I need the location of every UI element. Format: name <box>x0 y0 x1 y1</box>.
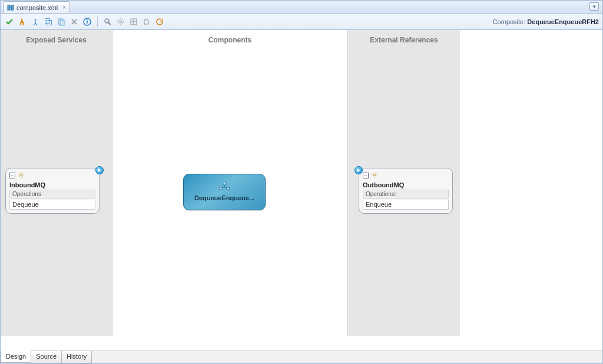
svg-rect-22 <box>227 187 229 190</box>
operation-item[interactable]: Dequeue <box>9 200 95 210</box>
svg-rect-18 <box>223 183 226 185</box>
close-tab-icon[interactable]: × <box>60 4 66 11</box>
svg-point-9 <box>87 19 88 21</box>
delete-button[interactable] <box>69 16 79 27</box>
tabbar-menu-button[interactable]: ▾ <box>589 2 599 11</box>
tab-source[interactable]: Source <box>31 351 62 363</box>
output-port-icon[interactable] <box>95 166 104 174</box>
add-component-button[interactable] <box>43 16 54 27</box>
composite-name-readout: Composite: DequeueEnqueueRFH2 <box>493 18 599 25</box>
svg-rect-0 <box>8 5 10 10</box>
lane-external-references: External References − <box>348 30 460 336</box>
service-title: InboundMQ <box>9 181 95 188</box>
lane-body-exposed[interactable]: − InboundMQ Operations: Dequeue <box>1 50 112 336</box>
composite-name: DequeueEnqueueRFH2 <box>527 18 599 25</box>
svg-point-13 <box>120 21 122 23</box>
svg-point-23 <box>373 174 375 176</box>
editor-view-tabs: Design Source History <box>1 350 602 363</box>
operation-item[interactable]: Enqueue <box>363 200 449 210</box>
file-tab-bar: composite.xml × ▾ <box>1 1 602 14</box>
collapse-toggle-icon[interactable]: − <box>363 173 369 178</box>
lane-body-references[interactable]: − OutboundMQ Operations: Enqueue <box>348 50 460 336</box>
info-button[interactable] <box>82 16 92 27</box>
export-button[interactable] <box>141 16 152 27</box>
file-tab-composite[interactable]: composite.xml × <box>3 1 70 13</box>
svg-rect-21 <box>220 187 222 190</box>
layout-button[interactable] <box>128 16 139 27</box>
gear-icon <box>18 171 25 180</box>
chevron-down-icon: ▾ <box>593 4 596 9</box>
test-button[interactable] <box>30 16 41 27</box>
service-inboundmq[interactable]: − InboundMQ Operations: Dequeue <box>5 168 100 214</box>
deploy-button[interactable] <box>17 16 28 27</box>
svg-rect-4 <box>45 18 50 23</box>
settings-button[interactable] <box>115 16 126 27</box>
toolbar: Composite: DequeueEnqueueRFH2 <box>1 14 602 30</box>
lane-body-components[interactable]: DequeueEnqueue... <box>112 50 347 336</box>
tab-design[interactable]: Design <box>1 350 31 363</box>
component-dequeueenqueue[interactable]: DequeueEnqueue... <box>183 174 266 210</box>
file-tab-label: composite.xml <box>16 4 58 11</box>
lane-header-references: External References <box>348 30 460 50</box>
svg-rect-7 <box>60 20 64 25</box>
lane-header-components: Components <box>112 30 347 50</box>
svg-point-11 <box>105 19 109 23</box>
gear-icon <box>371 171 378 180</box>
component-label: DequeueEnqueue... <box>194 194 254 201</box>
reference-title: OutboundMQ <box>363 181 449 188</box>
canvas-viewport: Exposed Services − <box>1 30 602 350</box>
refresh-button[interactable] <box>154 16 165 27</box>
svg-rect-10 <box>87 21 88 24</box>
composite-canvas[interactable]: Exposed Services − <box>1 30 460 336</box>
operations-label: Operations: <box>363 190 449 198</box>
svg-rect-5 <box>47 20 52 25</box>
lane-exposed-services: Exposed Services − <box>1 30 112 336</box>
lane-header-exposed: Exposed Services <box>1 30 112 50</box>
collapse-toggle-icon[interactable]: − <box>9 173 15 178</box>
validate-button[interactable] <box>4 16 15 27</box>
operations-label: Operations: <box>9 190 95 198</box>
bpel-process-icon <box>218 183 230 192</box>
copy-button[interactable] <box>56 16 67 27</box>
svg-line-12 <box>108 22 111 25</box>
composite-file-icon <box>7 4 14 11</box>
svg-rect-1 <box>11 5 14 10</box>
svg-point-3 <box>35 19 37 21</box>
editor-frame: composite.xml × ▾ <box>0 0 603 364</box>
find-button[interactable] <box>102 16 113 27</box>
canvas-scroll[interactable]: Exposed Services − <box>1 30 602 350</box>
reference-outboundmq[interactable]: − OutboundMQ Operations: Enqueue <box>359 168 453 214</box>
tab-history[interactable]: History <box>61 351 92 363</box>
composite-label: Composite: <box>493 18 526 25</box>
lane-components: Components DequeueEnqueue... <box>112 30 348 336</box>
svg-point-17 <box>20 174 22 176</box>
input-port-icon[interactable] <box>354 166 363 174</box>
toolbar-separator <box>97 16 98 27</box>
